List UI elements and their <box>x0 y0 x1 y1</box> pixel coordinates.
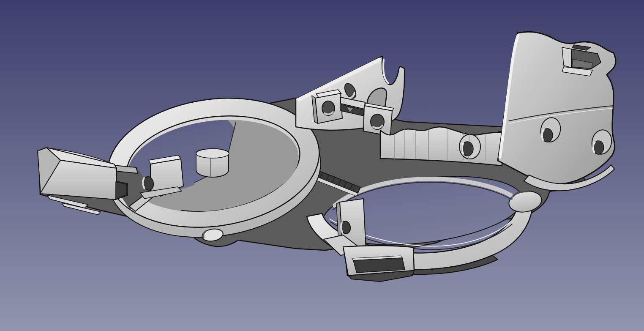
right-bracket[interactable] <box>498 32 616 191</box>
3d-viewport[interactable] <box>0 0 644 331</box>
notch-left-wall <box>562 47 571 68</box>
boss-top-face <box>196 149 229 158</box>
bottom-tab[interactable] <box>343 246 414 282</box>
viewport-canvas[interactable] <box>0 0 644 331</box>
clamp-block-b[interactable] <box>363 103 394 136</box>
clamp-block-a[interactable] <box>312 90 342 123</box>
tab-slot <box>353 258 405 273</box>
center-boss[interactable] <box>196 149 229 177</box>
